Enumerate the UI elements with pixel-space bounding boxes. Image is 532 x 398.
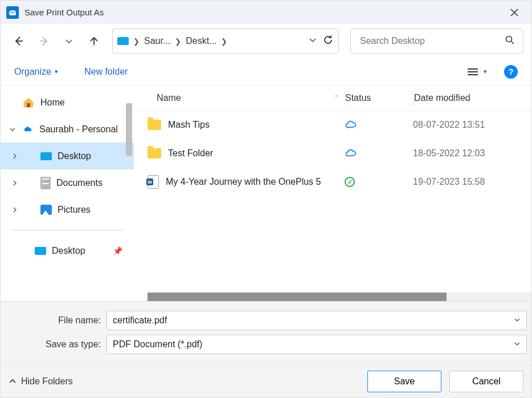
breadcrumb-seg-2[interactable]: Deskt... [186,36,216,46]
body: Home Saurabh - Personal Desktop Document… [1,86,531,301]
chevron-right-icon[interactable] [11,207,19,213]
home-icon [22,96,35,109]
save-dialog: Save Print Output As ❯ Saur... ❯ Deskt..… [0,0,532,398]
nav-up-button[interactable] [84,31,104,51]
refresh-button[interactable] [322,34,334,48]
table-row[interactable]: Mash Tips 08-07-2022 13:51 [134,111,531,139]
nav-back-button[interactable] [9,31,29,51]
desktop-icon [35,247,46,255]
column-headers: Name ⌃ Status Date modified [134,86,531,111]
chevron-right-icon[interactable] [11,180,19,186]
saveastype-label: Save as type: [3,339,107,350]
scrollbar-thumb[interactable] [148,293,447,301]
cancel-button[interactable]: Cancel [449,371,523,392]
tree-item-documents[interactable]: Documents [1,169,134,196]
tree-item-home[interactable]: Home [1,89,134,116]
address-bar[interactable]: ❯ Saur... ❯ Deskt... ❯ [112,29,339,54]
column-header-status[interactable]: Status [345,93,414,103]
chevron-up-icon [9,377,17,385]
toolbar: Organize ▾ New folder ▾ ? [1,58,531,86]
chevron-right-icon: ❯ [133,37,140,46]
file-name: Test Folder [168,148,213,159]
pin-icon: 📌 [113,246,122,255]
location-icon [117,37,129,45]
breadcrumb[interactable]: ❯ Saur... ❯ Deskt... ❯ [117,36,227,46]
caret-down-icon: ▾ [55,68,58,75]
folder-icon [148,148,161,159]
dropdown-icon[interactable] [514,315,521,326]
file-date: 18-05-2022 12:03 [413,148,531,159]
outlook-icon [6,6,19,19]
chevron-right-icon[interactable] [11,153,19,159]
desktop-icon [40,152,52,160]
file-date: 08-07-2022 13:51 [413,120,531,130]
new-folder-button[interactable]: New folder [84,67,128,77]
file-name: My 4-Year Journey with the OnePlus 5 [166,177,321,187]
address-dropdown[interactable] [309,36,317,46]
view-options-button[interactable]: ▾ [468,68,487,75]
word-doc-icon [148,175,159,189]
tree-item-desktop[interactable]: Desktop [1,143,134,169]
nav-forward-button[interactable] [34,31,54,51]
onedrive-icon [22,125,34,133]
pictures-icon [40,205,52,215]
file-name: Mash Tips [168,120,210,130]
column-header-date[interactable]: Date modified [414,93,531,103]
horizontal-scrollbar[interactable] [148,293,531,301]
saveastype-select[interactable]: PDF Document (*.pdf) [107,335,527,354]
cloud-icon [345,120,357,129]
synced-check-icon: ✓ [345,177,355,187]
nav-recent-button[interactable] [59,31,79,51]
svg-rect-2 [27,103,30,107]
folder-icon [148,120,161,130]
search-icon [505,35,515,47]
chevron-right-icon: ❯ [175,37,181,46]
nav-tree: Home Saurabh - Personal Desktop Document… [1,86,134,301]
breadcrumb-seg-1[interactable]: Saur... [144,36,170,46]
tree-scrollbar[interactable] [126,103,132,156]
nav-row: ❯ Saur... ❯ Deskt... ❯ [1,24,531,58]
chevron-right-icon: ❯ [221,37,227,46]
column-header-name[interactable]: Name ⌃ [134,93,345,103]
dropdown-icon[interactable] [514,339,521,350]
cloud-icon [345,149,357,158]
file-list: Name ⌃ Status Date modified Mash Tips 08… [134,86,531,301]
documents-icon [40,177,51,189]
filename-input[interactable]: certificate.pdf [107,311,527,330]
hide-folders-toggle[interactable]: Hide Folders [9,376,73,387]
close-button[interactable] [503,1,526,24]
title-bar: Save Print Output As [1,1,531,24]
list-view-icon [468,68,478,75]
svg-point-1 [506,36,512,42]
table-row[interactable]: My 4-Year Journey with the OnePlus 5 ✓ 1… [134,168,531,196]
bottom-bar: Hide Folders Save Cancel [1,364,531,397]
search-box[interactable] [350,29,523,54]
chevron-down-icon[interactable] [9,127,17,132]
caret-down-icon: ▾ [484,68,487,75]
dialog-title: Save Print Output As [24,7,503,17]
tree-item-onedrive[interactable]: Saurabh - Personal [1,116,134,143]
file-date: 19-07-2023 15:58 [413,177,531,187]
save-fields: File name: certificate.pdf Save as type:… [1,301,531,364]
tree-divider [11,230,124,230]
table-row[interactable]: Test Folder 18-05-2022 12:03 [134,139,531,168]
help-button[interactable]: ? [504,65,518,79]
filename-label: File name: [3,315,107,326]
organize-button[interactable]: Organize ▾ [14,67,58,77]
tree-item-pictures[interactable]: Pictures [1,196,134,223]
sort-indicator-icon: ⌃ [334,94,339,101]
search-input[interactable] [359,35,505,47]
tree-item-desktop-quick[interactable]: Desktop 📌 [1,237,134,264]
save-button[interactable]: Save [367,371,441,392]
